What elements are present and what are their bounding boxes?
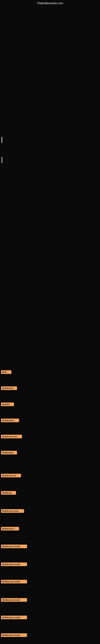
bottleneck-result-item[interactable]: Bottleneck r (1, 527, 19, 530)
bottleneck-result-item[interactable]: Bottleneck result (1, 633, 27, 637)
cursor-line-1 (1, 137, 2, 143)
bottleneck-result-item[interactable]: Bottleneck (1, 451, 17, 454)
bottleneck-result-item[interactable]: Bottlen (1, 402, 14, 406)
bottleneck-result-item[interactable]: Bottleneck result (1, 616, 27, 619)
bottleneck-result-item[interactable]: Bottleneck result (1, 580, 27, 584)
bottleneck-result-item[interactable]: Bottleneck res (1, 435, 22, 438)
bottleneck-result-item[interactable]: Bottleneck result (1, 598, 27, 602)
bottleneck-result-item[interactable]: Bottleneck (1, 386, 17, 390)
bottleneck-result-item[interactable]: Bottlenec (1, 491, 16, 495)
cursor-line-2 (1, 157, 2, 163)
bottleneck-result-item[interactable]: Bottleneck r (1, 418, 19, 422)
bottleneck-result-item[interactable]: Bottleneck resu (1, 509, 24, 513)
bottleneck-result-item[interactable]: Bott (1, 370, 11, 374)
bottleneck-result-item[interactable]: Bottleneck re (1, 474, 21, 477)
bottleneck-result-item[interactable]: Bottleneck result (1, 544, 27, 548)
bottleneck-result-item[interactable]: Bottleneck result (1, 562, 27, 566)
site-title: TheBottlenecker.com (37, 2, 63, 5)
